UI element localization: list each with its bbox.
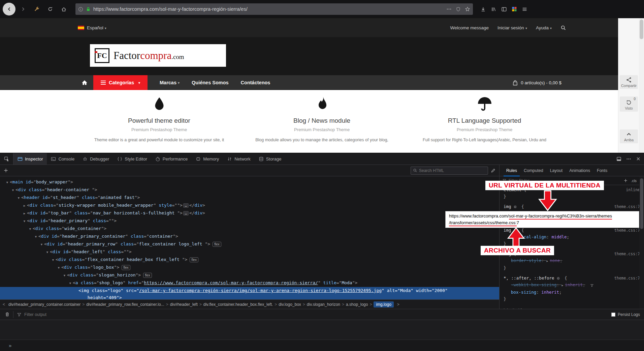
twisty-icon[interactable]: ▼: [28, 226, 33, 233]
breadcrumb-item[interactable]: div.flex_container.header_box.flex_left.: [203, 302, 273, 307]
page-actions-icon[interactable]: [446, 6, 452, 12]
search-icon[interactable]: [560, 25, 566, 31]
trash-icon[interactable]: [5, 312, 10, 317]
extension-grid-icon[interactable]: [512, 6, 517, 12]
help-link[interactable]: Ayuda▾: [536, 25, 552, 30]
rules-scrollbar[interactable]: [639, 176, 644, 309]
menu-icon[interactable]: [522, 6, 527, 12]
rule-source-link[interactable]: theme.css:7: [611, 227, 640, 234]
breadcrumb-item[interactable]: div.logo_box: [279, 302, 301, 307]
site-logo[interactable]: FC Factorcompra.com: [90, 44, 226, 67]
console-filter-input[interactable]: [24, 312, 611, 317]
flex-badge[interactable]: flex: [190, 257, 198, 262]
flex-badge[interactable]: flex: [143, 273, 152, 278]
scrollbar-thumb[interactable]: [640, 20, 643, 39]
wrench-button[interactable]: [31, 3, 42, 15]
rule-selector[interactable]: *, ::after, ::before {theme.css:7: [500, 275, 644, 282]
page-scrollbar[interactable]: [639, 18, 644, 153]
download-icon[interactable]: [480, 6, 486, 12]
url-input[interactable]: [93, 6, 446, 12]
reload-button[interactable]: [44, 3, 56, 15]
back-button[interactable]: [3, 3, 15, 16]
breadcrumb-item[interactable]: div#header_primary_row.flex_container.lo…: [86, 302, 164, 307]
rule-source-link[interactable]: theme.css:7: [611, 203, 640, 210]
nav-categories-button[interactable]: Categorías ▾: [93, 75, 148, 90]
sidebar-tab-rules[interactable]: Rules: [504, 165, 520, 176]
sidebar-tab-computed[interactable]: Computed: [521, 165, 546, 176]
filter-funnel-icon[interactable]: [17, 312, 22, 317]
devtools-tab-memory[interactable]: Memory: [192, 153, 223, 165]
sidebar-toggle-icon[interactable]: [501, 6, 507, 12]
devtools-tab-debugger[interactable]: Debugger: [78, 153, 113, 165]
markup-row[interactable]: ▼<main id="body_wrapper">: [0, 178, 499, 186]
twisty-icon[interactable]: ▼: [10, 187, 15, 194]
twisty-icon[interactable]: ▼: [39, 241, 44, 248]
rule-selector[interactable]: img {theme.css:7: [500, 203, 644, 210]
expander-icon[interactable]: ▶: [546, 258, 548, 265]
rule-source-link[interactable]: inline: [622, 186, 640, 193]
breadcrumb-item[interactable]: div#header_left: [170, 302, 198, 307]
markup-row[interactable]: ▼<div id="header_primary_container" clas…: [0, 233, 499, 240]
markup-row[interactable]: <img class="logo" src="/sol-mar-y-factor…: [0, 287, 499, 299]
markup-row[interactable]: ▼<div class="flex_container header_box f…: [0, 256, 499, 264]
rule-source-link[interactable]: theme.css:7: [611, 251, 640, 257]
padlock-icon[interactable]: [86, 7, 91, 12]
flex-badge[interactable]: flex: [122, 265, 130, 270]
twisty-icon[interactable]: ▼: [33, 233, 38, 240]
markup-row[interactable]: ▼<div class="wide_container">: [0, 225, 499, 233]
twisty-icon[interactable]: ▼: [51, 257, 56, 264]
markup-row[interactable]: ▼<div id="header_primary_row" class="fle…: [0, 240, 499, 248]
breadcrumb-item[interactable]: a.shop_logo: [346, 302, 368, 307]
flex-badge[interactable]: flex: [213, 242, 221, 247]
sidebar-tab-layout[interactable]: Layout: [547, 165, 566, 176]
sidebar-tab-fonts[interactable]: Fonts: [594, 165, 610, 176]
persist-logs-checkbox[interactable]: [611, 313, 615, 317]
markup-row[interactable]: ▼<div class="logo_box">flex: [0, 264, 499, 271]
breadcrumb-item[interactable]: div#header_primary_container.container: [8, 302, 80, 307]
markup-row[interactable]: ▶<div id="top_bar" class="nav_bar horizo…: [0, 209, 499, 217]
twisty-icon[interactable]: ▼: [16, 195, 21, 202]
scroll-top-widget[interactable]: Arriba: [620, 129, 638, 143]
devtools-tab-storage[interactable]: Storage: [255, 153, 286, 165]
crumb-scroll-left-icon[interactable]: <: [0, 302, 8, 307]
node-picker-button[interactable]: [0, 153, 13, 165]
gear-icon[interactable]: [513, 205, 517, 209]
sidebar-tab-animations[interactable]: Animations: [567, 165, 593, 176]
nav-home-button[interactable]: [78, 75, 93, 90]
shield-icon[interactable]: [456, 7, 461, 12]
twisty-icon[interactable]: ▼: [56, 264, 61, 271]
devtools-tab-network[interactable]: Network: [223, 153, 255, 165]
devtools-tab-console[interactable]: Console: [47, 153, 78, 165]
expander-icon[interactable]: ▶: [562, 282, 564, 289]
twisty-icon[interactable]: ▼: [68, 280, 73, 287]
add-rule-icon[interactable]: [623, 178, 628, 183]
search-html-input[interactable]: [419, 168, 486, 173]
ellipsis-badge[interactable]: …: [183, 211, 189, 215]
share-widget[interactable]: Compartir: [620, 75, 638, 89]
nav-about[interactable]: Quiénes Somos: [186, 75, 235, 90]
crumb-scroll-right-icon[interactable]: >: [394, 302, 402, 307]
class-toggle-button[interactable]: .cls: [631, 179, 637, 183]
scrollbar-thumb[interactable]: [640, 178, 643, 229]
console-input-row[interactable]: »: [0, 340, 644, 351]
twisty-icon[interactable]: ▶: [22, 210, 27, 217]
devtools-tab-styleeditor[interactable]: Style Editor: [113, 153, 151, 165]
eyedropper-icon[interactable]: [491, 168, 496, 173]
search-html-field[interactable]: [411, 167, 488, 175]
library-icon[interactable]: [491, 6, 496, 12]
close-icon[interactable]: [636, 156, 641, 161]
twisty-icon[interactable]: ▼: [22, 218, 27, 225]
breadcrumb-item[interactable]: div.slogan_horizon: [307, 302, 340, 307]
css-declaration[interactable]: box-sizing: inherit;: [500, 289, 644, 296]
url-bar[interactable]: [75, 3, 473, 15]
add-node-icon[interactable]: [3, 168, 8, 173]
language-selector[interactable]: Español▾: [87, 25, 106, 30]
nav-brands[interactable]: Marcas▾: [154, 75, 186, 90]
info-icon[interactable]: [78, 7, 83, 12]
css-declaration[interactable]: border-style: ▶none;: [500, 257, 644, 265]
rule-source-link[interactable]: theme.css:7: [611, 275, 640, 282]
markup-row[interactable]: ▼<div id="header_primary" class="">: [0, 217, 499, 225]
gear-icon[interactable]: [556, 276, 560, 280]
devtools-tab-inspector[interactable]: Inspector: [13, 153, 47, 165]
meatball-menu-icon[interactable]: [626, 156, 631, 162]
